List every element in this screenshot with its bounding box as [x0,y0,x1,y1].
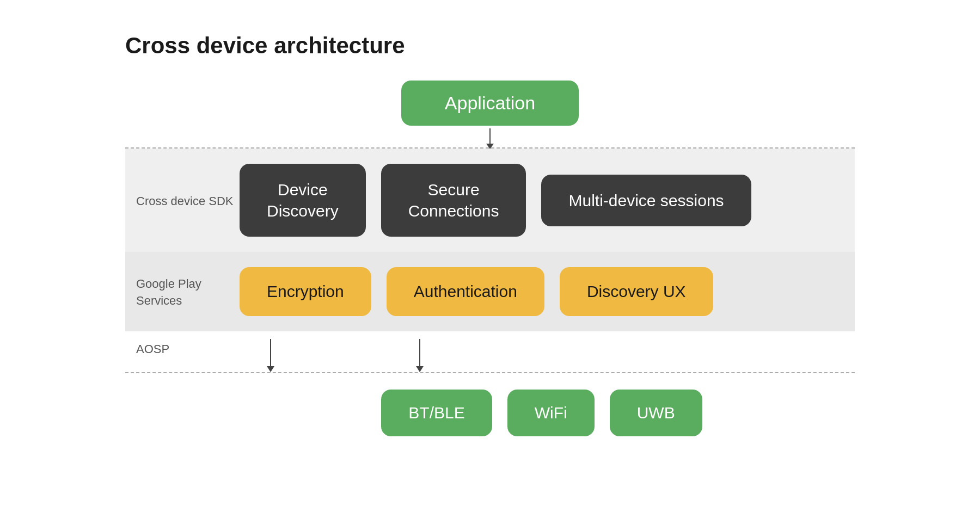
multi-device-sessions-box: Multi-device sessions [541,175,751,226]
encryption-box: Encryption [240,267,371,316]
arrow-right [416,339,424,372]
uwb-box: UWB [610,390,702,436]
sdk-label: Cross device SDK [136,191,240,210]
application-box: Application [401,81,579,126]
page-title: Cross device architecture [125,33,855,59]
arrow-left [267,339,274,372]
bt-ble-box: BT/BLE [381,390,492,436]
aosp-label: AOSP [136,339,240,358]
secure-connections-box: SecureConnections [381,164,526,237]
gps-label: Google PlayServices [136,274,240,310]
device-discovery-box: DeviceDiscovery [240,164,366,237]
authentication-box: Authentication [387,267,544,316]
discovery-ux-box: Discovery UX [560,267,713,316]
wifi-box: WiFi [507,390,595,436]
